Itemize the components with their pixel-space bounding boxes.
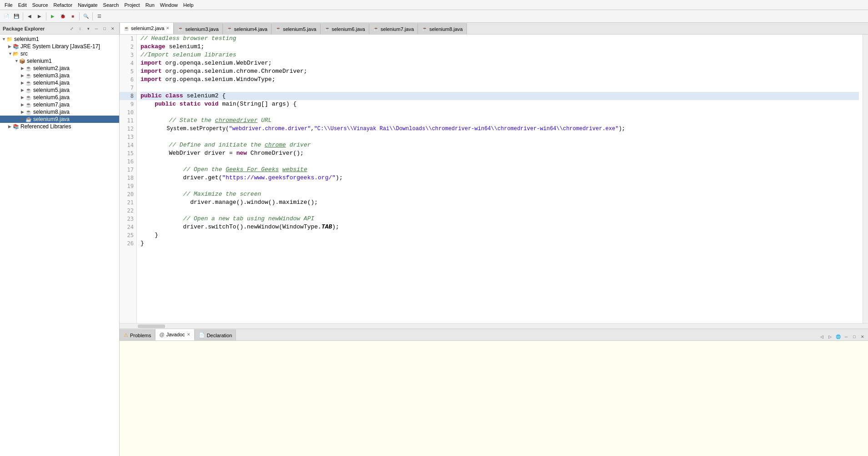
menu-run[interactable]: Run <box>143 1 157 9</box>
tab-selenium5[interactable]: ☕ selenium5.java <box>271 23 320 34</box>
tree-item-sel2[interactable]: ▶ ☕ selenium2.java <box>0 65 119 72</box>
toolbar-stop[interactable]: ■ <box>68 12 77 21</box>
toolbar-search[interactable]: 🔍 <box>81 12 90 21</box>
code-line-15: WebDriver driver = new ChromeDriver(); <box>140 149 859 157</box>
arrow-sel8: ▶ <box>21 110 25 114</box>
label-jre: JRE System Library [JavaSE-17] <box>20 43 100 50</box>
src-icon: 📂 <box>13 51 19 57</box>
bottom-tab-javadoc[interactable]: @ Javadoc ✕ <box>155 329 194 340</box>
ln-12: 12 <box>120 125 136 133</box>
arrow-pkg: ▼ <box>15 59 19 63</box>
code-editor[interactable]: 1 2 3 4 5 6 7 8 9 10 11 12 13 14 15 16 1 <box>120 35 868 323</box>
arrow-sel9: ▶ <box>21 117 25 122</box>
tab-label-sel3: selenium3.java <box>185 26 218 32</box>
package-icon: 📦 <box>19 58 25 64</box>
tree-item-jre[interactable]: ▶ 📚 JRE System Library [JavaSE-17] <box>0 43 119 50</box>
toolbar-back[interactable]: ◀ <box>25 12 34 21</box>
tab-selenium2[interactable]: ☕ selenium2.java ✕ <box>120 23 174 34</box>
label-sel9: selenium9.java <box>33 116 70 122</box>
menu-search[interactable]: Search <box>100 1 122 9</box>
problems-icon: ⚠ <box>124 332 128 338</box>
menu-project[interactable]: Project <box>121 1 142 9</box>
sidebar-header: Package Explorer ⤢ ↕ ▾ ─ □ ✕ <box>0 23 119 35</box>
bottom-nav-forward[interactable]: ▷ <box>826 333 833 340</box>
ln-3: 3 <box>120 51 136 59</box>
bottom-minimize[interactable]: ─ <box>843 333 850 340</box>
sidebar-sync[interactable]: ↕ <box>76 25 84 32</box>
code-line-16 <box>140 157 859 166</box>
tree-item-pkg[interactable]: ▼ 📦 selenium1 <box>0 57 119 65</box>
menu-file[interactable]: File <box>2 1 15 9</box>
label-selenium1: selenium1 <box>14 36 39 42</box>
ln-5: 5 <box>120 67 136 76</box>
code-line-6: import org.openqa.selenium.WindowType; <box>140 76 859 84</box>
menu-window[interactable]: Window <box>157 1 181 9</box>
editor-hscrollbar[interactable] <box>120 323 868 329</box>
tab-label-sel8: selenium8.java <box>429 26 462 32</box>
ln-22: 22 <box>120 207 136 215</box>
bottom-maximize[interactable]: □ <box>851 333 858 340</box>
sidebar: Package Explorer ⤢ ↕ ▾ ─ □ ✕ ▼ 📁 seleniu… <box>0 23 120 456</box>
bottom-nav-back[interactable]: ◁ <box>818 333 825 340</box>
hscroll-thumb[interactable] <box>138 324 165 328</box>
arrow-selenium1: ▼ <box>2 37 6 41</box>
ln-9: 9 <box>120 100 136 108</box>
tab-selenium4[interactable]: ☕ selenium4.java <box>223 23 271 34</box>
code-t-15: WebDriver driver = new ChromeDriver(); <box>140 149 304 157</box>
menu-help[interactable]: Help <box>181 1 196 9</box>
code-cmt-23: // Open a new tab using newWindow API <box>183 215 315 223</box>
javadoc-close[interactable]: ✕ <box>187 332 191 337</box>
tree-item-sel3[interactable]: ▶ ☕ selenium3.java <box>0 72 119 79</box>
ln-16: 16 <box>120 157 136 166</box>
label-src: src <box>20 51 28 57</box>
code-t-8b <box>162 92 166 100</box>
code-content[interactable]: // Headless browser testing package sele… <box>137 35 863 323</box>
tree-item-sel7[interactable]: ▶ ☕ selenium7.java <box>0 101 119 108</box>
tab-close-sel2[interactable]: ✕ <box>166 26 170 30</box>
bottom-tab-declaration[interactable]: 📄 Declaration <box>195 329 236 340</box>
sidebar-maximize[interactable]: □ <box>101 25 108 32</box>
tab-icon-sel8: ☕ <box>422 26 427 31</box>
bottom-close[interactable]: ✕ <box>859 333 866 340</box>
menu-edit[interactable]: Edit <box>15 1 30 9</box>
tab-selenium8[interactable]: ☕ selenium8.java <box>418 23 467 34</box>
toolbar-perspective[interactable]: ☰ <box>95 12 104 21</box>
tab-icon-sel6: ☕ <box>325 26 330 31</box>
tab-selenium7[interactable]: ☕ selenium7.java <box>369 23 418 34</box>
sidebar-collapse[interactable]: ⤢ <box>68 25 75 32</box>
menu-navigate[interactable]: Navigate <box>75 1 100 9</box>
ln-14: 14 <box>120 141 136 149</box>
ln-20: 20 <box>120 190 136 198</box>
tree-item-sel5[interactable]: ▶ ☕ selenium5.java <box>0 86 119 94</box>
tree-item-sel6[interactable]: ▶ ☕ selenium6.java <box>0 94 119 101</box>
code-line-9: public static void main(String[] args) { <box>140 100 859 108</box>
tab-selenium3[interactable]: ☕ selenium3.java <box>174 23 222 34</box>
tree-item-selenium1[interactable]: ▼ 📁 selenium1 <box>0 35 119 43</box>
toolbar-debug[interactable]: 🐞 <box>58 12 67 21</box>
code-t-26: } <box>140 239 144 248</box>
tree-item-sel8[interactable]: ▶ ☕ selenium8.java <box>0 108 119 116</box>
editor-scrollbar[interactable] <box>863 35 868 323</box>
menu-bar: File Edit Source Refactor Navigate Searc… <box>0 0 868 10</box>
sidebar-minimize[interactable]: ─ <box>93 25 100 32</box>
bottom-tab-problems[interactable]: ⚠ Problems <box>120 329 155 340</box>
toolbar-new[interactable]: 📄 <box>2 12 11 21</box>
sidebar-menu[interactable]: ▾ <box>85 25 92 32</box>
code-t-5: org.openqa.selenium.chrome.ChromeDriver; <box>162 67 307 76</box>
toolbar-save[interactable]: 💾 <box>12 12 21 21</box>
menu-source[interactable]: Source <box>30 1 51 9</box>
tree-item-reflibs[interactable]: ▶ 📚 Referenced Libraries <box>0 123 119 130</box>
toolbar-run[interactable]: ▶ <box>48 12 57 21</box>
tree-item-sel4[interactable]: ▶ ☕ selenium4.java <box>0 79 119 86</box>
main-layout: Package Explorer ⤢ ↕ ▾ ─ □ ✕ ▼ 📁 seleniu… <box>0 23 868 456</box>
menu-refactor[interactable]: Refactor <box>51 1 75 9</box>
sidebar-close[interactable]: ✕ <box>109 25 116 32</box>
bottom-open-browser[interactable]: 🌐 <box>834 333 842 340</box>
tab-selenium6[interactable]: ☕ selenium6.java <box>321 23 369 34</box>
tree-item-src[interactable]: ▼ 📂 src <box>0 50 119 57</box>
code-text-2b: selenium1; <box>166 43 205 51</box>
sidebar-tree: ▼ 📁 selenium1 ▶ 📚 JRE System Library [Ja… <box>0 35 119 456</box>
tree-item-sel9[interactable]: ▶ ☕ selenium9.java <box>0 116 119 123</box>
toolbar-forward[interactable]: ▶ <box>35 12 44 21</box>
tab-label-sel5: selenium5.java <box>283 26 316 32</box>
